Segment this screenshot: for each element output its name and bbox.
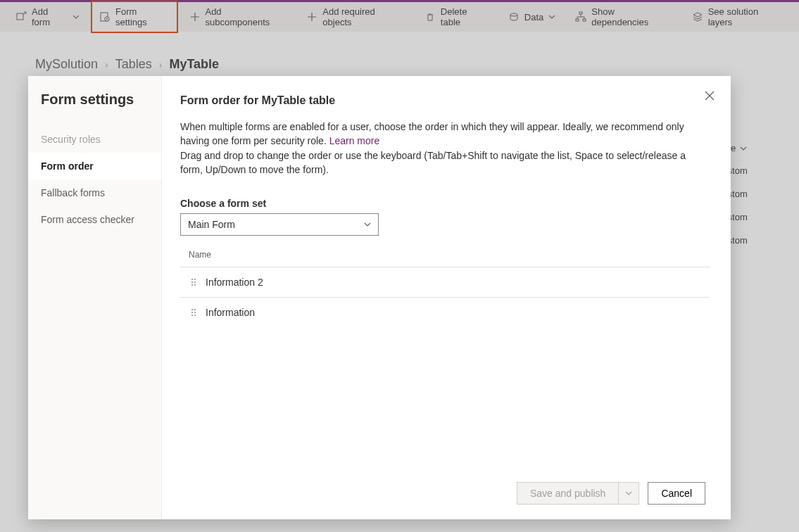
svg-point-12 <box>191 284 193 286</box>
form-row-name: Information <box>206 307 255 318</box>
formset-label: Choose a form set <box>180 198 710 209</box>
svg-point-19 <box>194 315 196 316</box>
close-button[interactable] <box>704 90 715 103</box>
dialog-left-nav: Form settings Security roles Form order … <box>28 76 162 519</box>
panel-description: When multiple forms are enabled for a us… <box>180 120 687 177</box>
chevron-down-icon <box>625 490 632 497</box>
svg-point-15 <box>194 309 196 310</box>
nav-access-checker[interactable]: Form access checker <box>28 206 161 233</box>
dialog-content: Form order for MyTable table When multip… <box>162 76 731 519</box>
form-order-row[interactable]: Information 2 <box>180 267 710 297</box>
svg-point-8 <box>191 279 193 280</box>
list-column-header: Name <box>180 236 710 267</box>
svg-point-18 <box>191 315 193 316</box>
nav-form-order[interactable]: Form order <box>28 153 161 179</box>
drag-handle-icon[interactable] <box>190 277 197 287</box>
form-row-name: Information 2 <box>206 277 263 288</box>
close-icon <box>704 90 715 101</box>
nav-security-roles[interactable]: Security roles <box>28 126 161 153</box>
chevron-down-icon <box>364 221 371 228</box>
formset-value: Main Form <box>188 219 235 230</box>
svg-point-10 <box>191 281 193 283</box>
save-caret <box>618 483 638 504</box>
save-label: Save and publish <box>517 488 618 499</box>
svg-point-11 <box>194 281 196 283</box>
form-settings-dialog: Form settings Security roles Form order … <box>28 76 731 519</box>
svg-point-9 <box>194 279 196 280</box>
cancel-button[interactable]: Cancel <box>648 482 705 505</box>
svg-point-17 <box>194 312 196 313</box>
svg-point-16 <box>191 312 193 313</box>
nav-fallback-forms[interactable]: Fallback forms <box>28 179 161 206</box>
svg-point-13 <box>194 284 196 286</box>
save-and-publish-button: Save and publish <box>517 482 639 505</box>
formset-select[interactable]: Main Form <box>180 213 379 236</box>
dialog-footer: Save and publish Cancel <box>180 474 710 519</box>
drag-handle-icon[interactable] <box>190 308 197 317</box>
svg-point-14 <box>191 309 193 310</box>
dialog-title: Form settings <box>28 91 161 126</box>
panel-heading: Form order for MyTable table <box>180 94 710 107</box>
form-order-row[interactable]: Information <box>180 297 710 327</box>
learn-more-link[interactable]: Learn more <box>329 135 380 146</box>
